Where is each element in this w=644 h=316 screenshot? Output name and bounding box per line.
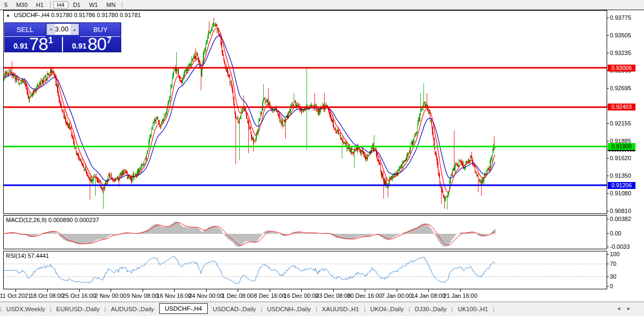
tab-usdcad-daily[interactable]: USDCAD-,Daily [208, 304, 261, 314]
sell-price[interactable]: 0.91 78 1 [5, 37, 63, 52]
date-tick: 21 Jan 16:00 [443, 293, 477, 299]
price-tick: 0.92695 [610, 85, 643, 91]
rsi-axis-tick: 0 [610, 283, 643, 289]
macd-axis-tick: -0.0033 [610, 243, 643, 250]
ohlc-open: 0.91780 [51, 12, 73, 18]
ohlc-high: 0.91786 [74, 12, 96, 18]
macd-axis-tick: 0.00382 [610, 216, 643, 222]
date-tick: 8 Dec 16:00 [254, 293, 285, 299]
tab-usdchf-h4[interactable]: USDCHF-,H4 [159, 303, 208, 314]
date-tick: 7 Jan 00:00 [381, 293, 412, 299]
chart-tab-bar: | USDX,Weekly | EURUSD-,Daily | AUDUSD-,… [0, 302, 644, 316]
tab-usdcnh-daily[interactable]: USDCNH-,Daily [262, 304, 316, 314]
price-tick: 0.92155 [610, 120, 643, 127]
buy-price[interactable]: 0.91 80 7 [63, 37, 121, 52]
rsi-header: RSI(14) 57.4441 [6, 252, 49, 259]
volume-input[interactable]: 3.00 [55, 24, 70, 35]
sell-price-prefix: 0.91 [13, 42, 28, 50]
macd-value-main: 0.000890 [48, 217, 73, 223]
date-tick: 16 Dec 00:00 [284, 293, 318, 299]
tab-scroll-arrows[interactable]: ◄► [616, 306, 637, 311]
price-tick: 0.90810 [610, 208, 643, 214]
rsi-axis-tick: 100 [610, 251, 643, 257]
date-tick: 24 Nov 00:00 [189, 293, 223, 299]
volume-increase-icon[interactable]: ▲ [70, 24, 78, 35]
price-tick: 0.93775 [610, 14, 643, 21]
buy-price-big: 80 [88, 37, 106, 51]
tab-xauusd-h1[interactable]: XAUUSD-,H1 [317, 304, 364, 314]
date-tick: 25 Oct 16:00 [62, 293, 96, 299]
date-tick: 23 Dec 08:00 [316, 293, 350, 299]
date-tick: 16 Nov 16:00 [156, 293, 191, 299]
tab-dj30-daily[interactable]: DJ30-,Daily [410, 304, 451, 314]
buy-price-pip: 7 [107, 36, 112, 45]
rsi-axis-tick: 70 [610, 260, 643, 267]
resistance-level-badge: 0.92403 [608, 104, 635, 110]
tab-usdx-weekly[interactable]: USDX,Weekly [2, 304, 50, 314]
tab-ukoil-daily[interactable]: UKOil-,Daily [365, 304, 409, 314]
price-tick: 0.91080 [610, 190, 643, 196]
scroll-right-icon[interactable]: ► [626, 306, 637, 311]
tab-separator: | [493, 306, 494, 312]
date-tick: 30 Dec 16:00 [347, 293, 382, 299]
date-tick: 18 Oct 08:00 [30, 293, 64, 299]
date-tick: 2 Nov 00:00 [95, 293, 126, 299]
date-tick: 9 Nov 08:00 [127, 293, 158, 299]
one-click-trade-panel: SELL ▼ 3.00 ▲ BUY 0.91 78 1 0.91 80 7 [4, 22, 121, 52]
sell-price-big: 78 [29, 37, 48, 51]
support-level-badge: 0.91800 [608, 143, 635, 150]
scroll-left-icon[interactable]: ◄ [616, 306, 626, 311]
sell-price-pip: 1 [48, 36, 53, 45]
date-tick: 14 Jan 08:00 [411, 293, 445, 299]
volume-decrease-icon[interactable]: ▼ [47, 24, 55, 35]
price-tick: 0.93505 [610, 32, 643, 38]
buy-price-prefix: 0.91 [72, 42, 87, 50]
macd-axis-tick: 0.00 [610, 230, 643, 236]
rsi-title: RSI(14) [6, 252, 26, 259]
ohlc-low: 0.91780 [97, 12, 118, 18]
date-tick: 1 Dec 08:00 [222, 293, 253, 299]
resistance-level-badge: 0.93006 [608, 65, 635, 72]
macd-header: MACD(12,26,9) 0.000890 0.000237 [6, 217, 99, 223]
tab-eurusd-daily[interactable]: EURUSD-,Daily [51, 304, 104, 314]
price-tick: 0.93235 [610, 50, 643, 56]
support-level-badge: 0.91206 [608, 182, 635, 189]
mt4-window: 5 M30 H1 H4 D1 W1 MN ▲ USDCHF-,H4 0.9178… [0, 0, 644, 316]
collapse-triangle-icon[interactable]: ▲ [6, 13, 10, 18]
tab-uk100-h1[interactable]: UK100-,H1 [453, 304, 493, 314]
macd-title: MACD(12,26,9) [6, 217, 46, 223]
ohlc-close: 0.91781 [120, 12, 141, 18]
symbol-label: USDCHF-,H4 [14, 12, 50, 18]
symbol-ohlc-line: ▲ USDCHF-,H4 0.91780 0.91786 0.91780 0.9… [6, 12, 141, 18]
volume-stepper: ▼ 3.00 ▲ [46, 23, 79, 35]
price-tick: 0.91350 [610, 172, 643, 179]
macd-value-signal: 0.000237 [74, 217, 99, 223]
price-tick: 0.91620 [610, 155, 643, 161]
tab-audusd-daily[interactable]: AUDUSD-,Daily [106, 304, 159, 314]
date-tick: 11 Oct 2021 [0, 293, 32, 299]
rsi-value: 57.4441 [28, 252, 49, 259]
rsi-axis-tick: 30 [610, 273, 643, 280]
